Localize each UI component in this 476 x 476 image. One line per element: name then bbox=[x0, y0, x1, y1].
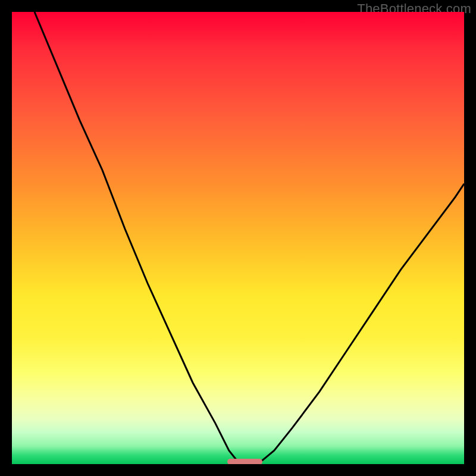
plot-area bbox=[12, 12, 464, 464]
right-curve bbox=[261, 184, 464, 462]
curve-layer bbox=[12, 12, 464, 464]
left-curve bbox=[35, 12, 238, 462]
bottleneck-marker bbox=[227, 459, 262, 464]
chart-container: TheBottleneck.com bbox=[0, 0, 476, 476]
